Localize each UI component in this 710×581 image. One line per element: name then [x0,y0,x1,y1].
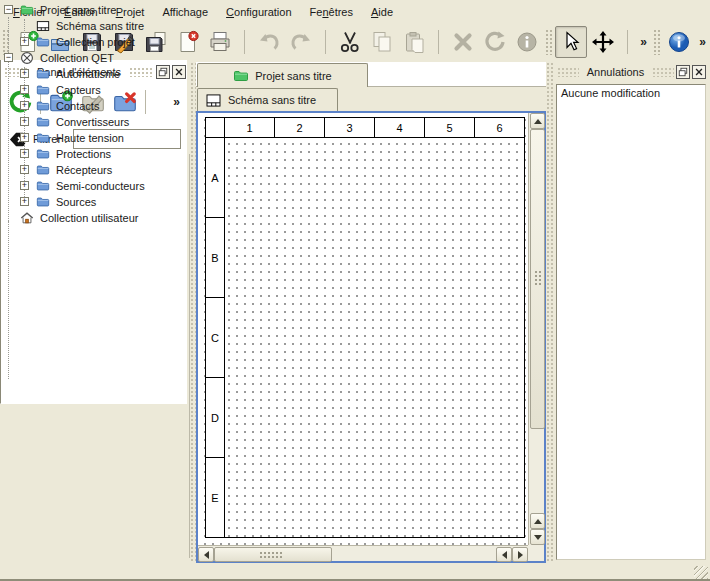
tree-item-label: Protections [56,146,111,162]
folder-blue-icon [36,147,50,161]
undo-history-list[interactable]: Aucune modification [556,84,706,560]
expand-expander[interactable]: + [20,181,29,190]
project-tabbar: Projet sans titre [196,62,546,87]
expand-expander[interactable]: + [20,85,29,94]
titlebar-texture [652,67,674,77]
folder-blue-icon [36,131,50,145]
tab-diagram[interactable]: Schéma sans titre [197,88,338,111]
diagram-tabbar: Schéma sans titre [196,87,546,111]
schema-viewport[interactable]: 123456 ABCDE [198,113,528,545]
expand-expander[interactable]: + [20,117,29,126]
thumb-grip [259,551,283,560]
schema-column-header: 4 [374,117,425,138]
scroll-down-button[interactable] [530,529,545,545]
expand-expander[interactable]: + [20,197,29,206]
tree-item[interactable]: +Récepteurs [0,162,187,178]
folder-blue-icon [36,35,50,49]
expand-expander[interactable]: + [20,37,29,46]
schema-view: 123456 ABCDE [196,111,546,563]
thumb-grip [534,270,543,286]
undo-history-item[interactable]: Aucune modification [557,85,705,101]
tree-item-label: Collection utilisateur [40,210,138,226]
tree-item[interactable]: −Collection QET [0,50,187,66]
tree-item-label: Collection projet [56,34,135,50]
expand-expander[interactable]: + [20,69,29,78]
float-icon [678,67,688,77]
right-splitter-handle[interactable] [546,62,555,562]
tree-item[interactable]: Schéma sans titre [0,18,187,34]
expand-expander[interactable]: + [20,149,29,158]
folder-blue-icon [36,115,50,129]
tree-item[interactable]: +Haute tension [0,130,187,146]
tab-project-label: Projet sans titre [255,70,331,82]
schema-column-header: 6 [474,117,525,138]
close-undo-panel-button[interactable] [692,65,706,79]
titlebar-texture [557,67,579,77]
tree-item[interactable]: +Semi-conducteurs [0,178,187,194]
diagram-icon [206,94,221,107]
tree-item-label: Semi-conducteurs [56,178,145,194]
tree-item-label: Collection QET [40,50,114,66]
tree-item-label: Haute tension [56,130,124,146]
tree-item-label: Capteurs [56,82,101,98]
tree-item[interactable]: +Collection projet [0,34,187,50]
schema-icon [36,19,50,33]
tree-item[interactable]: +Sources [0,194,187,210]
tree-item-label: Sources [56,194,96,210]
schema-row-header: C [205,297,225,378]
qelectrotech-window: FichierÉditionProjetAffichageConfigurati… [0,0,710,581]
folder-blue-icon [36,83,50,97]
tree-item[interactable]: +Convertisseurs [0,114,187,130]
tab-project[interactable]: Projet sans titre [197,63,368,87]
folder-blue-icon [36,99,50,113]
tree-item[interactable]: −Projet sans titre [0,2,187,18]
folder-green-icon [20,3,34,17]
tree-item[interactable]: +Contacts [0,98,187,114]
horizontal-scroll-thumb[interactable] [214,547,332,562]
tree-connector [8,221,9,379]
undo-panel-title: Annulations [581,66,651,78]
schema-column-header: 2 [274,117,325,138]
schema-row-header: A [205,137,225,218]
schema-column-header: 3 [324,117,375,138]
scrollbar-corner [528,545,544,561]
scroll-left-button[interactable] [198,547,214,562]
tree-item-label: Automatisme [56,66,120,82]
scroll-up-button[interactable] [530,113,545,129]
tree-item[interactable]: Collection utilisateur [0,210,187,226]
tree-item[interactable]: +Capteurs [0,82,187,98]
schema-corner-cell [205,117,225,138]
tree-item-label: Contacts [56,98,99,114]
vertical-scroll-thumb[interactable] [530,129,545,429]
scroll-up-button-2[interactable] [530,513,545,529]
schema-column-header: 5 [424,117,475,138]
horizontal-scrollbar[interactable] [198,545,528,561]
collapse-expander[interactable]: − [4,5,13,14]
expand-expander[interactable]: + [20,101,29,110]
folder-blue-icon [36,163,50,177]
schema-row-header: B [205,217,225,298]
project-folder-icon [233,68,249,84]
close-icon [694,67,704,77]
schema-drawing-area[interactable] [224,137,525,538]
expand-expander[interactable]: + [20,133,29,142]
expand-expander[interactable]: + [20,165,29,174]
folder-blue-icon [36,67,50,81]
vertical-scrollbar[interactable] [528,113,544,545]
folder-blue-icon [36,179,50,193]
scroll-right-button[interactable] [512,547,528,562]
undo-panel-titlebar: Annulations [555,62,708,82]
float-undo-panel-button[interactable] [676,65,690,79]
collapse-expander[interactable]: − [4,53,13,62]
home-icon [20,211,34,225]
schema-row-header: E [205,457,225,538]
window-resize-grip[interactable] [694,566,708,579]
scroll-left-button-2[interactable] [496,547,512,562]
tree-item[interactable]: +Automatisme [0,66,187,82]
folder-blue-icon [36,195,50,209]
collection-qet-icon [20,51,34,65]
tree-item[interactable]: +Protections [0,146,187,162]
tab-diagram-label: Schéma sans titre [228,94,316,106]
tree-item-label: Récepteurs [56,162,112,178]
tree-item-label: Convertisseurs [56,114,129,130]
